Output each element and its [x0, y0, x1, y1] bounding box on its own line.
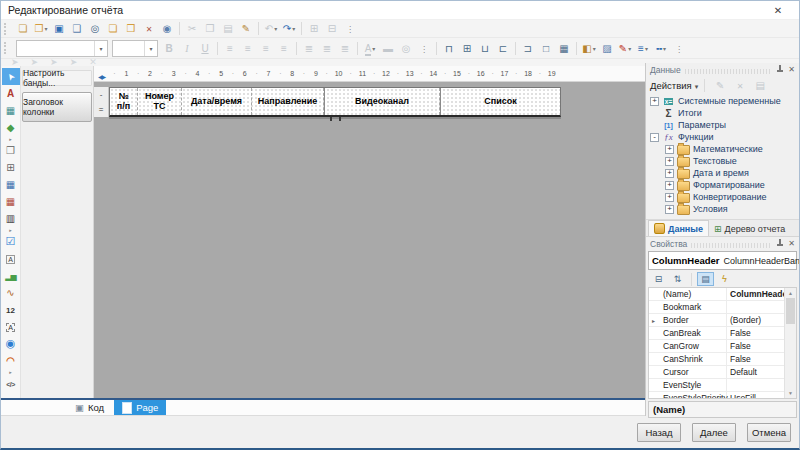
- tree-item[interactable]: Итоги: [646, 107, 799, 119]
- line-style-button[interactable]: ▾: [652, 41, 670, 56]
- tree-item[interactable]: Параметры: [646, 119, 799, 131]
- align-right-button[interactable]: [257, 41, 275, 56]
- matrix-object-button[interactable]: [2, 193, 20, 210]
- band-cell-1[interactable]: № п/п: [110, 88, 138, 115]
- alphabetical-button[interactable]: [669, 272, 686, 286]
- text-color-button[interactable]: ▾: [361, 41, 379, 56]
- events-button[interactable]: [716, 272, 733, 286]
- hyperlink-button[interactable]: [397, 41, 415, 56]
- scrollbar-up-icon[interactable]: ▲: [788, 290, 793, 296]
- band-cell-4[interactable]: Направление: [252, 88, 324, 115]
- text-color-dropdown[interactable]: ▾: [372, 45, 375, 52]
- band-cell-5[interactable]: Видеоканал: [324, 88, 440, 115]
- open-dropdown[interactable]: ▾: [44, 25, 47, 32]
- save-button[interactable]: [50, 21, 68, 36]
- canvas-body[interactable]: - = № п/пНомер ТСДата/времяНаправлениеВи…: [94, 82, 645, 401]
- zipcode-object-button[interactable]: [2, 318, 20, 335]
- tree-item[interactable]: +Конвертирование: [646, 191, 799, 203]
- actions-button[interactable]: Действия: [650, 80, 692, 91]
- next-button[interactable]: Далее: [692, 423, 736, 442]
- property-value[interactable]: ColumnHeader: [727, 288, 784, 300]
- cut-button[interactable]: [183, 21, 201, 36]
- expand-icon[interactable]: +: [665, 181, 674, 190]
- fill-color-dropdown[interactable]: ▾: [593, 45, 596, 52]
- band-expand-button[interactable]: =: [99, 105, 104, 114]
- pin-icon[interactable]: [776, 65, 784, 74]
- property-row[interactable]: CanShrinkFalse: [649, 353, 784, 366]
- properties-button[interactable]: [697, 272, 714, 286]
- text-object-button[interactable]: [2, 85, 20, 102]
- checkbox-object-button[interactable]: [2, 233, 20, 250]
- toolbar-options2-button[interactable]: [670, 41, 688, 56]
- select-tool-button[interactable]: [2, 68, 20, 85]
- delete-page-button[interactable]: [140, 21, 158, 36]
- object-selector-combo[interactable]: ColumnHeader ColumnHeaderBand ▾: [648, 251, 797, 270]
- tree-item[interactable]: +Системные переменные: [646, 95, 799, 107]
- band-cell-6[interactable]: Список: [440, 88, 560, 115]
- collapse-icon[interactable]: -: [650, 133, 659, 142]
- fill-style-button[interactable]: [598, 41, 616, 56]
- polyline-object-button[interactable]: [2, 284, 20, 301]
- new-page-button[interactable]: [104, 21, 122, 36]
- expand-icon[interactable]: +: [665, 145, 674, 154]
- property-value[interactable]: (Border): [727, 314, 784, 326]
- digits-object-button[interactable]: [2, 301, 20, 318]
- undo-button[interactable]: ▾: [262, 21, 280, 36]
- format-painter-button[interactable]: [237, 21, 255, 36]
- property-row[interactable]: CanGrowFalse: [649, 340, 784, 353]
- barcode-object-button[interactable]: [2, 210, 20, 227]
- redo-button[interactable]: ▾: [280, 21, 298, 36]
- format-options-button[interactable]: [415, 41, 433, 56]
- expand-icon[interactable]: +: [650, 97, 659, 106]
- tree-item[interactable]: -Функции: [646, 131, 799, 143]
- highlight-button[interactable]: [379, 41, 397, 56]
- border-bottom-button[interactable]: [476, 41, 494, 56]
- ruler-scroll-button[interactable]: [94, 65, 109, 83]
- redo-dropdown[interactable]: ▾: [292, 25, 295, 32]
- copy-page-button[interactable]: [122, 21, 140, 36]
- expand-icon[interactable]: ▸: [652, 317, 655, 324]
- preview-button[interactable]: [86, 21, 104, 36]
- tree-item[interactable]: +Форматирование: [646, 179, 799, 191]
- column-header-band[interactable]: № п/пНомер ТСДата/времяНаправлениеВидеок…: [109, 87, 561, 117]
- property-row[interactable]: EvenStyle: [649, 379, 784, 392]
- table-object-button[interactable]: [2, 159, 20, 176]
- scrollbar-down-icon[interactable]: ▼: [788, 390, 793, 396]
- scrollbar-thumb[interactable]: [786, 298, 795, 324]
- border-right-button[interactable]: [519, 41, 537, 56]
- panel-tab-data-tab[interactable]: Данные: [648, 220, 709, 236]
- undo-dropdown[interactable]: ▾: [274, 25, 277, 32]
- tree-item[interactable]: +Дата и время: [646, 167, 799, 179]
- align-justify-button[interactable]: [275, 41, 293, 56]
- grid-object-button[interactable]: [2, 176, 20, 193]
- expand-icon[interactable]: +: [665, 157, 674, 166]
- chart-object-button[interactable]: [2, 267, 20, 284]
- gauge-object-button[interactable]: [2, 352, 20, 369]
- toolbar-grip[interactable]: [4, 23, 11, 35]
- line-width-dropdown[interactable]: ▾: [645, 45, 648, 52]
- expand-icon[interactable]: +: [665, 193, 674, 202]
- panel-tab-report-tree-tab[interactable]: Дерево отчета: [709, 221, 790, 236]
- underline-button[interactable]: [196, 41, 214, 56]
- line-color-button[interactable]: ▾: [616, 41, 634, 56]
- close-button[interactable]: [764, 5, 792, 16]
- font-size-dropdown[interactable]: ▾: [144, 41, 157, 56]
- property-value[interactable]: UseFill: [727, 392, 784, 399]
- back-button[interactable]: Назад: [637, 423, 681, 442]
- property-row[interactable]: ▸Border(Border): [649, 314, 784, 327]
- valign-top-button[interactable]: [300, 41, 318, 56]
- picture-object-button[interactable]: [2, 102, 20, 119]
- shapes-button[interactable]: [2, 119, 20, 136]
- categorized-button[interactable]: [650, 272, 667, 286]
- align-left-button[interactable]: [221, 41, 239, 56]
- open-button[interactable]: ▾: [32, 21, 50, 36]
- align-center-button[interactable]: [239, 41, 257, 56]
- tab-page[interactable]: Page: [114, 400, 166, 416]
- toolbar-grip[interactable]: [4, 42, 11, 54]
- italic-button[interactable]: [178, 41, 196, 56]
- property-row[interactable]: EvenStylePriorityUseFill: [649, 392, 784, 399]
- property-value[interactable]: False: [727, 340, 784, 352]
- view-data-button[interactable]: [751, 78, 769, 93]
- tab-код[interactable]: Код: [67, 400, 112, 416]
- panel-close-icon[interactable]: ✕: [788, 239, 795, 248]
